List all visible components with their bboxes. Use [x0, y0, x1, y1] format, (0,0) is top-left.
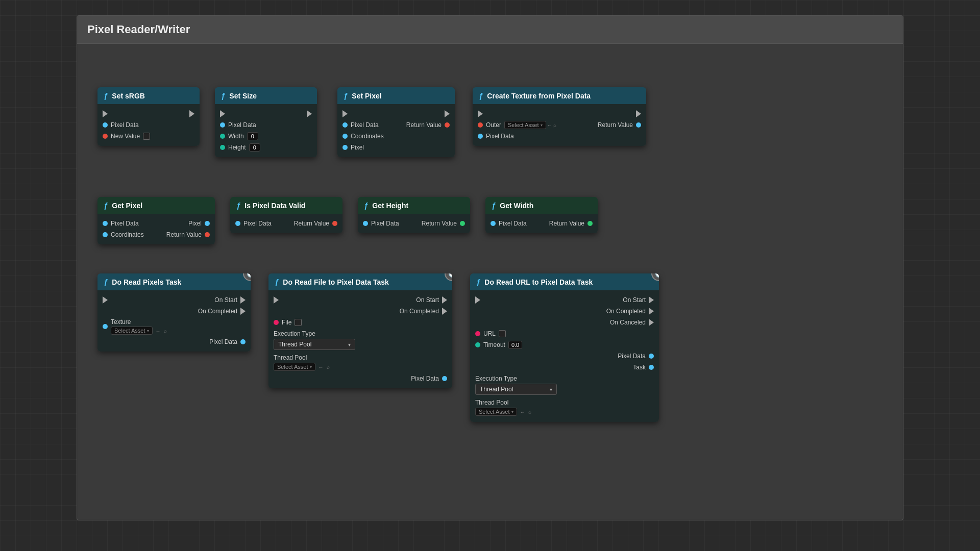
pin-width[interactable] — [220, 134, 225, 139]
pin-height[interactable] — [220, 145, 225, 150]
node-create-texture: ƒ Create Texture from Pixel Data Outer S — [473, 87, 646, 146]
timeout-value[interactable]: 0.0 — [508, 341, 522, 349]
exec-pin-on-start-file[interactable] — [442, 296, 447, 304]
node-do-read-url-task: 🕐 ƒ Do Read URL to Pixel Data Task On St… — [470, 273, 659, 422]
pin-pixel-data-create-texture[interactable] — [478, 134, 483, 139]
select-asset-thread-pool-file[interactable]: Select Asset ▾ — [274, 363, 315, 371]
pin-return-value-set-pixel[interactable] — [445, 122, 450, 128]
pin-return-value-create-texture[interactable] — [636, 122, 641, 128]
select-asset-thread-pool-url[interactable]: Select Asset ▾ — [475, 408, 517, 416]
pin-pixel-data-out-read-pixels[interactable] — [240, 339, 246, 344]
exec-pin-out-create-texture[interactable] — [636, 110, 641, 117]
node-set-size: ƒ Set Size Pixel Data Width 0 — [215, 87, 317, 157]
pin-return-value-get-width[interactable] — [587, 221, 593, 226]
icon-back[interactable]: ← — [547, 122, 552, 128]
pin-pixel-out[interactable] — [205, 221, 210, 226]
pin-return-value-valid[interactable] — [332, 221, 337, 226]
exec-pin-out-set-pixel[interactable] — [445, 110, 450, 117]
pin-pixel-data-set-size[interactable] — [220, 122, 225, 128]
func-icon-read-url: ƒ — [476, 278, 480, 286]
node-set-srgb: ƒ Set sRGB Pixel Data New Value — [97, 87, 200, 146]
pin-file[interactable] — [274, 320, 279, 325]
pin-return-value-get-height[interactable] — [460, 221, 465, 226]
icon-back-thread-pool-file[interactable]: ← — [318, 364, 324, 370]
exec-pin-on-start[interactable] — [240, 296, 246, 304]
pin-coordinates-get-pixel[interactable] — [103, 232, 108, 237]
row-on-completed-file: On Completed — [268, 306, 452, 317]
node-do-read-url-body: On Start On Completed On Canceled — [470, 290, 659, 422]
select-asset-texture[interactable]: Select Asset ▾ — [111, 327, 153, 335]
exec-pin-on-completed-read-pixels[interactable] — [240, 308, 246, 315]
exec-pin-in-read-pixels[interactable] — [103, 296, 108, 304]
exec-pin-on-completed-file[interactable] — [442, 308, 447, 315]
row-pixel-data-read-pixels: Pixel Data — [97, 336, 251, 347]
node-get-height-title: Get Height — [372, 202, 408, 210]
exec-pin-on-start-url[interactable] — [649, 296, 654, 304]
node-set-pixel-header: ƒ Set Pixel — [337, 87, 455, 104]
func-icon-read-file: ƒ — [275, 278, 279, 286]
dropdown-execution-type-url[interactable]: Thread Pool ▾ — [475, 384, 557, 395]
row-pixel-data-get-width: Pixel Data Return Value — [485, 218, 598, 229]
node-get-height-header: ƒ Get Height — [358, 197, 470, 214]
exec-pin-in-read-url[interactable] — [475, 296, 480, 304]
pin-coordinates[interactable] — [342, 134, 348, 139]
row-outer: Outer Select Asset ▾ ← ⌕ Return Value — [473, 119, 646, 131]
pin-pixel-data-out-file[interactable] — [442, 376, 447, 381]
row-width: Width 0 — [215, 131, 317, 142]
icon-find[interactable]: ⌕ — [553, 122, 556, 128]
row-file: File — [268, 317, 452, 328]
row-url: URL — [470, 328, 659, 339]
node-create-texture-header: ƒ Create Texture from Pixel Data — [473, 87, 646, 104]
pin-pixel[interactable] — [342, 145, 348, 150]
select-asset-outer[interactable]: Select Asset ▾ — [504, 121, 546, 129]
exec-pin-in-set-pixel[interactable] — [342, 110, 348, 117]
pin-pixel-data-get-pixel[interactable] — [103, 221, 108, 226]
pin-texture[interactable] — [103, 324, 108, 329]
nodes-container: ƒ Set sRGB Pixel Data New Value — [77, 44, 903, 520]
pin-pixel-data-valid[interactable] — [235, 221, 240, 226]
checkbox-url[interactable] — [499, 330, 506, 337]
icon-find-thread-pool-url[interactable]: ⌕ — [528, 409, 531, 415]
pin-new-value[interactable] — [103, 134, 108, 139]
row-pixel-data: Pixel Data — [97, 119, 200, 131]
exec-pin-in-read-file[interactable] — [274, 296, 279, 304]
func-icon-get-pixel: ƒ — [104, 201, 108, 210]
node-is-pixel-data-valid: ƒ Is Pixel Data Valid Pixel Data Return … — [230, 197, 342, 233]
func-icon-create-texture: ƒ — [479, 91, 483, 100]
icon-back-thread-pool-url[interactable]: ← — [520, 409, 525, 415]
exec-pin-in-create-texture[interactable] — [478, 110, 483, 117]
checkbox-new-value[interactable] — [143, 133, 150, 140]
node-is-pixel-data-valid-body: Pixel Data Return Value — [230, 214, 342, 233]
icon-find-texture[interactable]: ⌕ — [164, 328, 167, 334]
pin-return-value-get-pixel[interactable] — [205, 232, 210, 237]
node-do-read-url-header: ƒ Do Read URL to Pixel Data Task — [470, 273, 659, 290]
dropdown-val-url: Thread Pool — [480, 386, 513, 393]
exec-row-set-pixel — [337, 108, 455, 119]
row-thread-pool-url: Thread Pool Select Asset ▾ ← ⌕ — [470, 397, 659, 418]
pin-pixel-data-get-height[interactable] — [363, 221, 368, 226]
func-icon-get-height: ƒ — [364, 201, 368, 210]
pin-pixel-data-out-url[interactable] — [649, 354, 654, 359]
row-timeout: Timeout 0.0 — [470, 339, 659, 350]
node-get-pixel-title: Get Pixel — [112, 202, 142, 210]
checkbox-file[interactable] — [295, 319, 302, 326]
exec-pin-on-completed-url[interactable] — [649, 308, 654, 315]
icon-find-thread-pool-file[interactable]: ⌕ — [327, 364, 330, 370]
pin-pixel-data-get-width[interactable] — [491, 221, 496, 226]
pin-url[interactable] — [475, 331, 480, 336]
exec-pin-out-set-size[interactable] — [307, 110, 312, 117]
pin-pixel-data[interactable] — [103, 122, 108, 128]
pin-timeout[interactable] — [475, 342, 480, 347]
width-value[interactable]: 0 — [247, 132, 258, 140]
pin-task-out-url[interactable] — [649, 365, 654, 370]
exec-pin-in[interactable] — [103, 110, 108, 117]
dropdown-execution-type-file[interactable]: Thread Pool ▾ — [274, 339, 355, 350]
node-do-read-pixels-header: ƒ Do Read Pixels Task — [97, 273, 251, 290]
exec-pin-in-set-size[interactable] — [220, 110, 225, 117]
pin-outer[interactable] — [478, 122, 483, 128]
height-value[interactable]: 0 — [249, 143, 260, 152]
exec-pin-on-canceled-url[interactable] — [649, 319, 654, 326]
exec-pin-out[interactable] — [189, 110, 194, 117]
pin-pixel-data-set-pixel[interactable] — [342, 122, 348, 128]
icon-back-texture[interactable]: ← — [156, 328, 161, 334]
